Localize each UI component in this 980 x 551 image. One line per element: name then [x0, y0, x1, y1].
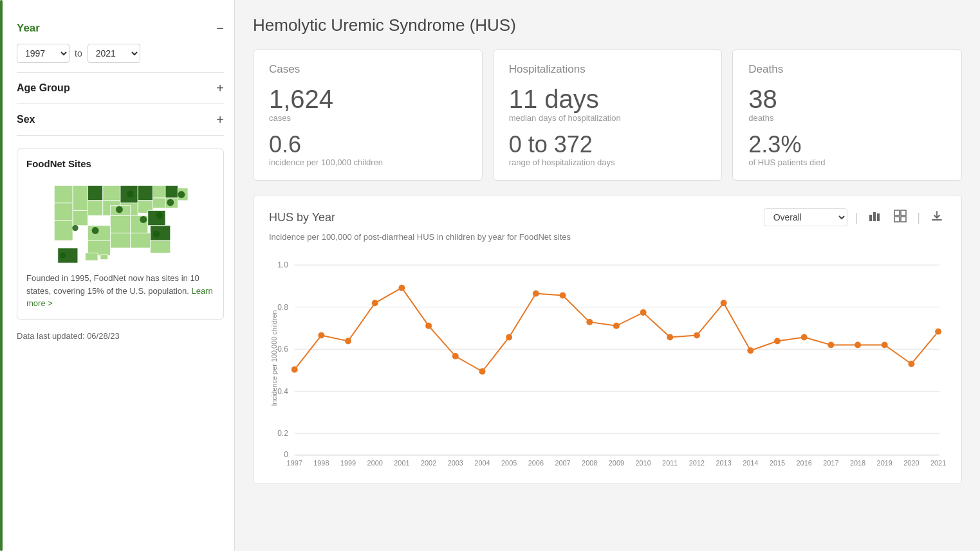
svg-point-109 [908, 361, 914, 367]
cases-big-number: 1,624 [269, 85, 467, 113]
svg-marker-7 [103, 186, 120, 201]
chart-divider-1: | [855, 211, 858, 224]
deaths-secondary-number: 2.3% [748, 132, 946, 158]
svg-text:2006: 2006 [528, 458, 544, 466]
svg-text:1.0: 1.0 [277, 260, 288, 269]
chart-subtitle: Incidence per 100,000 of post-diarrheal … [269, 232, 946, 242]
green-accent-bar [0, 0, 3, 551]
year-filter-title: Year [17, 22, 40, 35]
cases-title: Cases [269, 63, 467, 76]
svg-marker-27 [151, 240, 171, 253]
svg-marker-15 [153, 198, 165, 208]
main-content: Hemolytic Uremic Syndrome (HUS) Cases 1,… [235, 0, 980, 551]
svg-marker-2 [54, 221, 73, 240]
svg-text:2002: 2002 [421, 458, 436, 466]
line-chart-svg: 1.0 0.8 0.6 0.4 0.2 0 Incidence per 100,… [269, 252, 946, 471]
chart-area: 1.0 0.8 0.6 0.4 0.2 0 Incidence per 100,… [269, 252, 946, 471]
page-title: Hemolytic Uremic Syndrome (HUS) [253, 15, 962, 35]
svg-text:0.2: 0.2 [277, 429, 288, 438]
svg-point-36 [167, 199, 174, 206]
svg-point-90 [398, 284, 405, 291]
svg-text:2016: 2016 [797, 458, 812, 466]
svg-text:2013: 2013 [716, 458, 731, 466]
svg-point-89 [372, 300, 378, 306]
svg-point-40 [153, 231, 160, 238]
svg-text:2005: 2005 [501, 458, 517, 466]
year-to-select[interactable]: 1997199819992000 2001200220032004 200520… [88, 44, 140, 63]
year-filter-section: Year − 1997199819992000 2001200220032004… [17, 13, 224, 73]
chart-divider-2: | [917, 211, 920, 224]
chart-header: HUS by Year Overall By Sex By Age Group … [269, 208, 946, 227]
svg-marker-6 [88, 201, 102, 215]
svg-point-102 [721, 300, 727, 306]
us-map-svg [26, 176, 214, 266]
svg-text:2008: 2008 [582, 458, 597, 466]
deaths-big-number: 38 [748, 85, 946, 113]
svg-marker-23 [131, 233, 151, 248]
year-filter-header[interactable]: Year − [17, 22, 224, 35]
svg-rect-42 [873, 212, 876, 221]
hospitalizations-card: Hospitalizations 11 days median days of … [493, 50, 723, 181]
svg-text:2015: 2015 [770, 458, 785, 466]
svg-point-103 [747, 347, 753, 354]
sex-filter-section: Sex + [17, 104, 224, 136]
svg-text:2011: 2011 [662, 458, 678, 466]
sex-filter-toggle: + [216, 113, 224, 126]
svg-marker-14 [165, 186, 178, 198]
svg-text:2007: 2007 [555, 458, 570, 466]
svg-point-86 [291, 366, 298, 372]
svg-marker-4 [88, 186, 102, 201]
sex-filter-header[interactable]: Sex + [17, 113, 224, 126]
svg-point-35 [156, 212, 163, 219]
svg-point-39 [60, 253, 66, 258]
svg-rect-43 [877, 213, 880, 221]
svg-text:2021: 2021 [930, 458, 946, 466]
svg-text:2020: 2020 [903, 458, 919, 466]
svg-rect-46 [894, 217, 900, 222]
deaths-card: Deaths 38 deaths 2.3% of HUS patients di… [732, 50, 962, 181]
svg-text:2003: 2003 [448, 458, 463, 466]
svg-marker-5 [73, 210, 88, 225]
chart-card: HUS by Year Overall By Sex By Age Group … [253, 195, 962, 484]
chart-title: HUS by Year [269, 211, 335, 224]
svg-point-38 [72, 225, 78, 231]
table-icon[interactable] [891, 208, 909, 227]
hosp-title: Hospitalizations [509, 63, 707, 76]
age-group-filter-toggle: + [216, 82, 224, 95]
bar-chart-icon[interactable] [865, 208, 883, 227]
svg-marker-22 [110, 233, 130, 248]
sex-filter-title: Sex [17, 114, 35, 125]
svg-marker-30 [100, 255, 108, 260]
svg-marker-1 [54, 203, 73, 221]
cases-big-label: cases [269, 113, 467, 123]
svg-text:2000: 2000 [367, 458, 383, 466]
hosp-big-number: 11 days [509, 85, 707, 113]
download-icon[interactable] [928, 208, 946, 227]
svg-point-97 [586, 318, 593, 325]
svg-rect-44 [894, 210, 900, 215]
cases-secondary-number: 0.6 [269, 132, 467, 158]
svg-marker-3 [73, 186, 88, 211]
age-group-filter-header[interactable]: Age Group + [17, 82, 224, 95]
year-from-select[interactable]: 1997199819992000 2001200220032004 200520… [17, 44, 69, 63]
svg-text:1999: 1999 [340, 458, 356, 466]
svg-text:2018: 2018 [850, 458, 865, 466]
cases-card: Cases 1,624 cases 0.6 incidence per 100,… [253, 50, 483, 181]
svg-marker-29 [86, 253, 98, 261]
svg-text:2019: 2019 [877, 458, 892, 466]
year-filter-toggle: − [216, 22, 224, 35]
svg-text:0.8: 0.8 [277, 302, 288, 311]
svg-point-106 [827, 341, 834, 348]
svg-point-32 [92, 227, 99, 234]
svg-marker-13 [153, 186, 165, 198]
chart-overall-dropdown[interactable]: Overall By Sex By Age Group [764, 208, 847, 226]
chart-controls: Overall By Sex By Age Group | [764, 208, 946, 227]
age-group-filter-section: Age Group + [17, 73, 224, 104]
us-map [26, 176, 214, 266]
svg-text:2012: 2012 [689, 458, 705, 466]
svg-text:Incidence per 100,000 children: Incidence per 100,000 children [270, 310, 278, 406]
svg-point-92 [452, 353, 459, 359]
svg-marker-11 [138, 186, 153, 201]
svg-point-34 [140, 216, 147, 223]
foodnet-card: FoodNet Sites [17, 149, 224, 320]
